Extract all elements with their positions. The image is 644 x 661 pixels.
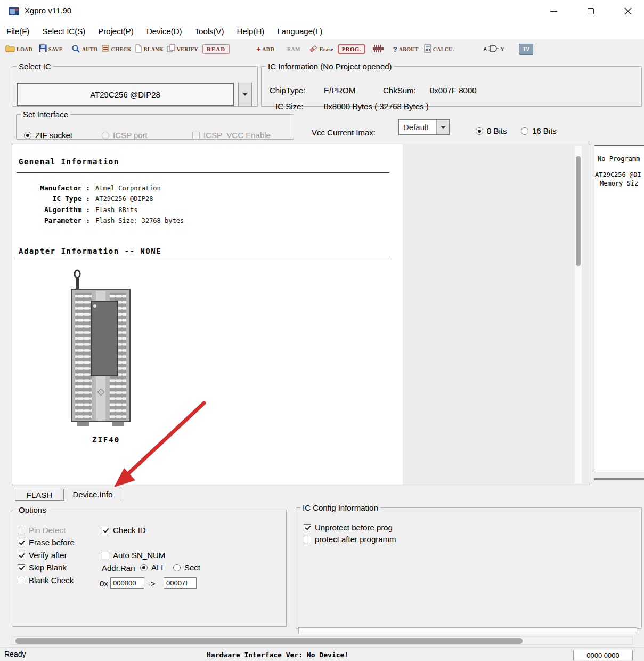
ic-type-label: IC Type : xyxy=(15,195,90,203)
skip-blank-checkbox[interactable]: Skip Blank xyxy=(18,563,67,572)
toolbar-calculator-button[interactable]: CALCU. xyxy=(424,44,454,54)
tab-device-info-label: Device.Info xyxy=(72,490,112,499)
chip-type-value: E/PROM xyxy=(324,86,355,95)
programmer-status-panel: No Programm AT29C256 @DI Memory Siz xyxy=(594,145,644,472)
protect-after-checkbox[interactable]: protect after programm xyxy=(304,535,396,544)
chksum-value: 0x007F 8000 xyxy=(430,86,477,95)
toolbar-calcu-label: CALCU. xyxy=(433,46,454,52)
right-panel-scrollbar[interactable] xyxy=(594,476,644,482)
toolbar-auto-button[interactable]: AUTO xyxy=(71,44,98,54)
manufactor-value: Atmel Corporation xyxy=(95,184,161,192)
scrollbar-thumb[interactable] xyxy=(576,156,581,266)
range-arrow-label: -> xyxy=(148,579,156,588)
ic-select-box[interactable]: AT29C256 @DIP28 xyxy=(17,83,234,106)
toolbar-ram-label: RAM xyxy=(287,46,300,52)
radio-icon xyxy=(173,564,181,571)
toolbar-verify-label: VERIFY xyxy=(177,46,198,52)
menu-select-ic[interactable]: Select IC(S) xyxy=(42,27,85,36)
toolbar-load-button[interactable]: LOAD xyxy=(5,45,32,54)
auto-sn-checkbox[interactable]: Auto SN_NUM xyxy=(102,551,165,560)
scrollbar-thumb[interactable] xyxy=(15,638,523,644)
checkbox-icon xyxy=(18,564,25,571)
horizontal-scrollbar[interactable] xyxy=(12,636,633,645)
toolbar-save-button[interactable]: SAVE xyxy=(39,44,63,54)
status-hardware: Hardware Interface Ver: No Device! xyxy=(207,651,348,659)
ic-information-group-label: IC Information (No Project opened) xyxy=(266,62,394,71)
scrollbar-thumb[interactable] xyxy=(594,478,644,480)
zif-socket-radio[interactable]: ZIF socket xyxy=(24,131,72,140)
select-ic-group: Select IC AT29C256 @DIP28 xyxy=(12,62,258,107)
verify-after-checkbox[interactable]: Verify after xyxy=(18,551,67,560)
pin-detect-label: Pin Detect xyxy=(29,526,66,535)
device-name-line: AT29C256 @DI xyxy=(595,171,641,179)
maximize-icon xyxy=(588,8,594,14)
programmer-status-line: No Programm xyxy=(598,155,640,163)
chksum-label: ChkSum: xyxy=(383,86,416,95)
tab-flash[interactable]: FLASH xyxy=(15,489,64,501)
title-bar: Xgpro v11.90 xyxy=(0,0,644,22)
chip-type-label: ChipType: xyxy=(270,86,306,95)
menu-file[interactable]: File(F) xyxy=(6,27,29,36)
close-button[interactable] xyxy=(614,0,642,22)
toolbar-ram-button[interactable]: RAM xyxy=(287,46,300,52)
toolbar-load-label: LOAD xyxy=(17,46,32,52)
toolbar-verify-button[interactable]: VERIFY xyxy=(167,44,198,54)
toolbar-check-label: CHECK xyxy=(111,46,132,52)
checkbox-icon xyxy=(102,527,109,534)
toolbar-tv-button[interactable]: TV xyxy=(519,44,533,55)
addr-all-label: ALL xyxy=(151,563,166,572)
unprotect-before-label: Unprotect before prog xyxy=(315,523,393,532)
icsp-vcc-label: ICSP_VCC Enable xyxy=(203,131,271,140)
toolbar-erase-button[interactable]: Erase xyxy=(309,44,333,54)
toolbar-prog-button[interactable]: PROG. xyxy=(338,44,365,54)
unprotect-before-checkbox[interactable]: Unprotect before prog xyxy=(304,523,393,532)
range-end-input[interactable] xyxy=(164,577,197,589)
ic-select-dropdown-button[interactable] xyxy=(238,83,252,106)
toolbar-about-label: ABOUT xyxy=(399,46,419,52)
menu-tools[interactable]: Tools(V) xyxy=(195,27,224,36)
vcc-current-select[interactable]: Default xyxy=(398,119,450,135)
toolbar-logic-test-button[interactable]: A Y xyxy=(484,44,504,54)
vcc-current-value: Default xyxy=(399,120,436,134)
chevron-down-icon xyxy=(441,126,446,129)
menu-device[interactable]: Device(D) xyxy=(146,27,182,36)
zif-socket-label: ZIF socket xyxy=(35,131,72,140)
vcc-current-label: Vcc Current Imax: xyxy=(312,128,376,137)
erase-before-checkbox[interactable]: Erase before xyxy=(18,538,75,547)
range-start-input[interactable] xyxy=(110,577,144,589)
toolbar-pin-test-button[interactable] xyxy=(372,44,385,54)
logic-output-label: Y xyxy=(501,46,504,52)
check-id-checkbox[interactable]: Check ID xyxy=(102,526,146,535)
ic-config-group-label: IC Config Information xyxy=(300,503,380,512)
config-horizontal-scrollbar[interactable] xyxy=(298,627,637,634)
toolbar-blank-label: BLANK xyxy=(144,46,164,52)
toolbar-blank-button[interactable]: BLANK xyxy=(135,44,164,54)
protect-after-label: protect after programm xyxy=(315,535,396,544)
vcc-dropdown-button[interactable] xyxy=(436,120,449,134)
toolbar-save-label: SAVE xyxy=(48,46,63,52)
toolbar-read-label: READ xyxy=(207,46,225,52)
parameter-value: Flash Size: 32768 bytes xyxy=(95,217,184,224)
maximize-button[interactable] xyxy=(576,0,605,22)
addr-all-radio[interactable]: ALL xyxy=(140,563,166,572)
toolbar-check-button[interactable]: CHECK xyxy=(101,44,132,54)
toolbar-read-button[interactable]: READ xyxy=(202,44,230,54)
menu-help[interactable]: Help(H) xyxy=(237,27,265,36)
parameter-label: Parameter : xyxy=(15,216,90,224)
blank-check-label: Blank Check xyxy=(29,576,74,585)
toolbar-about-button[interactable]: ? ABOUT xyxy=(393,45,419,53)
8-bits-radio[interactable]: 8 Bits xyxy=(476,126,507,135)
radio-icon xyxy=(521,127,528,135)
toolbar-auto-label: AUTO xyxy=(82,46,98,52)
vertical-scrollbar[interactable] xyxy=(575,146,582,483)
eraser-icon xyxy=(309,44,318,54)
blank-check-checkbox[interactable]: Blank Check xyxy=(18,576,74,585)
minimize-button[interactable] xyxy=(539,0,568,22)
toolbar-add-button[interactable]: + ADD xyxy=(256,46,274,52)
addr-sect-radio[interactable]: Sect xyxy=(173,563,200,572)
zif40-label: ZIF40 xyxy=(92,436,120,444)
menu-project[interactable]: Project(P) xyxy=(98,27,134,36)
menu-language[interactable]: Language(L) xyxy=(277,27,322,36)
16-bits-radio[interactable]: 16 Bits xyxy=(521,126,557,135)
tab-device-info[interactable]: Device.Info xyxy=(64,487,121,501)
